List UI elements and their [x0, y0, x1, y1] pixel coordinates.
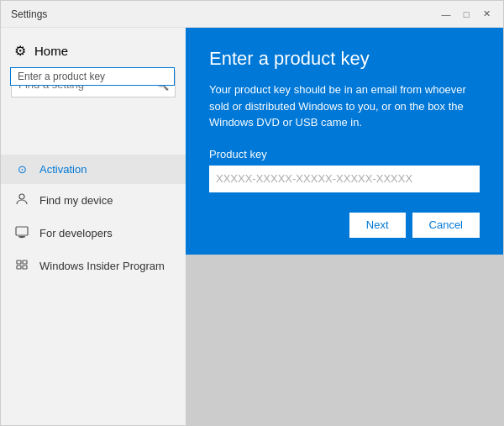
product-key-input[interactable]: [209, 166, 480, 192]
sidebar-item-find-my-device[interactable]: Find my device: [1, 184, 186, 217]
sidebar-spacer5: [1, 134, 186, 141]
cancel-button[interactable]: Cancel: [412, 213, 480, 238]
sidebar-spacer: [1, 108, 186, 114]
activation-icon: ⊙: [14, 163, 29, 176]
maximize-button[interactable]: □: [459, 8, 473, 21]
home-icon: ⚙: [14, 43, 26, 59]
minimize-button[interactable]: —: [439, 8, 453, 21]
sidebar-home-label: Home: [34, 44, 68, 58]
sidebar-item-windows-insider[interactable]: Windows Insider Program: [1, 250, 186, 282]
sidebar-home[interactable]: ⚙ Home: [1, 34, 186, 67]
sidebar-item-for-developers[interactable]: For developers: [1, 217, 186, 250]
developers-icon: [14, 225, 29, 241]
app-body: ⚙ Home 🔍 Enter a product key ⊙ Acti: [1, 28, 503, 425]
svg-rect-7: [23, 266, 27, 269]
dialog-overlay: Enter a product key Your product key sho…: [186, 28, 503, 425]
sidebar-spacer7: [1, 148, 186, 155]
sidebar-spacer4: [1, 128, 186, 134]
sidebar: ⚙ Home 🔍 Enter a product key ⊙ Acti: [1, 28, 186, 425]
sidebar-item-label-devs: For developers: [39, 227, 113, 239]
sidebar-item-label-activation: Activation: [39, 163, 87, 176]
svg-rect-6: [17, 266, 21, 269]
sidebar-spacer6: [1, 141, 186, 148]
sidebar-item-activation[interactable]: ⊙ Activation: [1, 155, 186, 184]
sidebar-spacer3: [1, 121, 186, 128]
dialog-description: Your product key should be in an email f…: [209, 82, 480, 131]
main-panel: Activation Windows Get more info about a…: [186, 28, 503, 425]
next-button[interactable]: Next: [349, 213, 406, 238]
search-hint-text: Enter a product key: [18, 71, 105, 82]
sidebar-item-label-find: Find my device: [39, 194, 113, 207]
product-key-dialog: Enter a product key Your product key sho…: [186, 28, 503, 255]
dialog-buttons: Next Cancel: [209, 213, 480, 238]
sidebar-spacer2: [1, 114, 186, 121]
svg-rect-1: [16, 227, 28, 235]
sidebar-items: ⊙ Activation Find my device: [1, 155, 186, 282]
settings-window: Settings — □ ✕ ⚙ Home 🔍 Enter a product …: [0, 0, 504, 426]
svg-rect-5: [23, 260, 27, 264]
window-title: Settings: [11, 8, 47, 20]
svg-rect-4: [17, 260, 21, 264]
search-hint-bar: Enter a product key: [10, 67, 175, 86]
window-controls: — □ ✕: [439, 8, 493, 21]
dialog-title: Enter a product key: [209, 48, 480, 70]
insider-icon: [14, 258, 29, 274]
close-button[interactable]: ✕: [480, 8, 493, 21]
titlebar: Settings — □ ✕: [1, 1, 503, 28]
find-device-icon: [14, 192, 29, 208]
product-key-label: Product key: [209, 148, 480, 160]
svg-point-0: [19, 194, 24, 199]
sidebar-item-label-insider: Windows Insider Program: [39, 260, 165, 272]
